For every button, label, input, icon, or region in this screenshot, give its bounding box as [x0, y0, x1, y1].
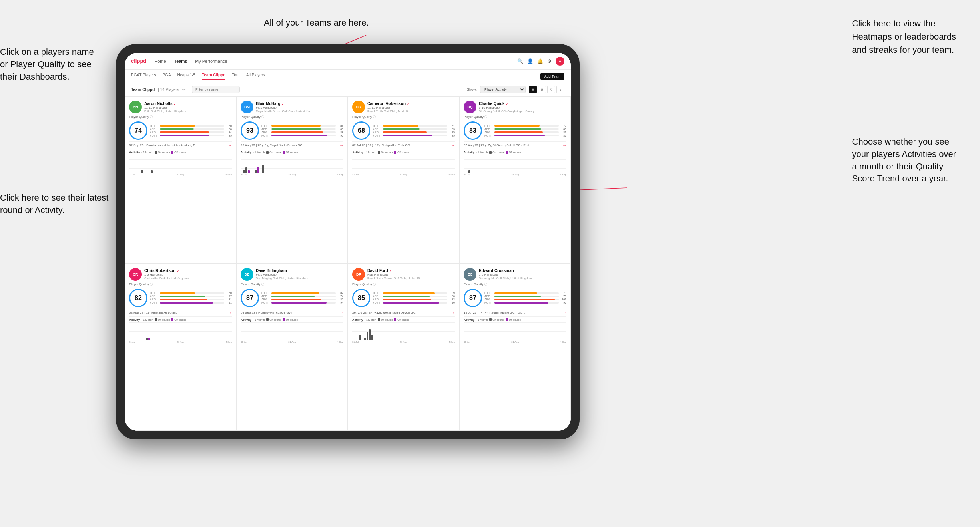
add-team-button[interactable]: Add Team	[540, 73, 564, 80]
player-name[interactable]: Aaron Nicholls ✓	[144, 101, 232, 106]
player-name[interactable]: Blair McHarg ✓	[256, 101, 343, 106]
quality-section[interactable]: 68 OTT 61 APP 63 ARG 75	[352, 121, 455, 140]
chart-bar-group	[136, 173, 138, 173]
activity-label: Activity	[241, 318, 251, 322]
quality-circle[interactable]: 74	[129, 121, 147, 140]
notifications-icon[interactable]: 🔔	[537, 58, 543, 64]
activity-period[interactable]: · 1 Month	[476, 151, 488, 154]
player-card[interactable]: AN Aaron Nicholls ✓ 11-15 Handicap Drift…	[125, 96, 236, 264]
player-avatar: CQ	[464, 101, 476, 113]
quality-circle[interactable]: 87	[464, 289, 482, 307]
player-card[interactable]: DB Dave Billingham Plus Handicap Sag Mag…	[236, 264, 348, 431]
last-round-arrow[interactable]: →	[562, 310, 566, 315]
tab-all-players[interactable]: All Players	[246, 73, 265, 80]
settings-icon[interactable]: ⚙	[547, 58, 552, 64]
last-round[interactable]: 19 Jul 23 | 74 (+4), Sunningdale GC - Ol…	[464, 309, 566, 315]
quality-circle[interactable]: 87	[241, 289, 259, 307]
last-round[interactable]: 04 Sep 23 | Mobility with coach, Gym →	[241, 309, 343, 315]
last-round[interactable]: 07 Aug 23 | 77 (+7), St George's Hill GC…	[464, 141, 566, 147]
quality-circle[interactable]: 85	[352, 289, 370, 307]
chart-date-end: 4 Sep	[448, 341, 455, 343]
player-avatar: DB	[241, 268, 253, 281]
user-avatar[interactable]: A	[556, 57, 564, 66]
player-name[interactable]: Dave Billingham	[256, 268, 343, 273]
quality-circle[interactable]: 68	[352, 121, 370, 140]
last-round[interactable]: 03 Mar 23 | 19, Must make putting →	[129, 309, 232, 315]
quality-section[interactable]: 93 OTT 84 APP 85 ARG 88	[241, 121, 343, 140]
activity-section: Activity · 1 Month On course Off course	[352, 316, 455, 343]
grid-view-button[interactable]: ⊞	[529, 86, 537, 93]
quality-section[interactable]: 74 OTT 60 APP 58 ARG 84	[129, 121, 232, 140]
chart-date-start: 31 Jul	[464, 173, 470, 176]
last-round-arrow[interactable]: →	[451, 143, 455, 147]
last-round-arrow[interactable]: →	[451, 310, 455, 315]
quality-circle[interactable]: 82	[129, 289, 147, 307]
chart-bar-group	[139, 173, 141, 173]
on-course-legend: On course	[266, 151, 281, 154]
list-view-button[interactable]: ⊟	[538, 86, 546, 93]
player-card[interactable]: CR Chris Robertson ✓ 1-5 Handicap Craigm…	[125, 264, 236, 431]
player-card[interactable]: CQ Charlie Quick ✓ 6-10 Handicap St. Geo…	[459, 96, 571, 264]
quality-circle[interactable]: 83	[464, 121, 482, 140]
activity-period[interactable]: · 1 Month	[141, 318, 153, 321]
last-round-arrow[interactable]: →	[228, 310, 232, 315]
chart-bar-group	[476, 340, 478, 340]
nav-home[interactable]: Home	[154, 59, 166, 64]
last-round-arrow[interactable]: →	[339, 310, 343, 315]
last-round-arrow[interactable]: →	[339, 143, 343, 147]
player-name[interactable]: Edward Crossman	[479, 268, 566, 273]
last-round[interactable]: 26 Aug 23 | 84 (+12), Royal North Devon …	[352, 309, 455, 315]
last-round[interactable]: 02 Sep 23 | Sunrise round to get back in…	[129, 141, 232, 147]
chart-bar-group	[466, 173, 468, 173]
last-round[interactable]: 02 Jul 23 | 59 (+17), Craigmillar Park G…	[352, 141, 455, 147]
player-card[interactable]: DF David Ford ✓ Plus Handicap Royal Nort…	[348, 264, 459, 431]
last-round[interactable]: 26 Aug 23 | 73 (+1), Royal North Devon G…	[241, 141, 343, 147]
nav-my-performance[interactable]: My Performance	[195, 59, 227, 64]
quality-section[interactable]: 82 OTT 60 APP 77 ARG 81	[129, 289, 232, 307]
player-name[interactable]: Chris Robertson ✓	[144, 268, 232, 273]
activity-period[interactable]: · 1 Month	[253, 151, 265, 154]
show-select[interactable]: Player Activity Quality Score Trend	[480, 86, 526, 93]
activity-period[interactable]: · 1 Month	[141, 151, 153, 154]
player-card[interactable]: BM Blair McHarg ✓ Plus Handicap Royal No…	[236, 96, 348, 264]
quality-circle[interactable]: 93	[241, 121, 259, 140]
activity-period[interactable]: · 1 Month	[253, 318, 265, 321]
tab-hcaps[interactable]: Hcaps 1-5	[177, 73, 196, 80]
stat-row-ott: OTT 73	[484, 292, 566, 294]
tab-team-clippd[interactable]: Team Clippd	[202, 73, 225, 80]
team-header: Team Clippd | 14 Players ✏ Show: Player …	[125, 83, 571, 96]
player-name[interactable]: David Ford ✓	[367, 268, 455, 273]
off-course-legend: Off course	[283, 318, 298, 321]
tab-pgat-players[interactable]: PGAT Players	[131, 73, 156, 80]
player-card[interactable]: EC Edward Crossman 1-5 Handicap Sunningd…	[459, 264, 571, 431]
on-course-label: On course	[492, 151, 504, 154]
activity-period[interactable]: · 1 Month	[365, 151, 376, 154]
on-course-dot	[378, 151, 380, 154]
sort-button[interactable]: ↕	[556, 86, 564, 93]
nav-teams[interactable]: Teams	[174, 59, 187, 64]
filter-button[interactable]: ▽	[547, 86, 555, 93]
quality-section[interactable]: 85 OTT 89 APP 80 ARG 83	[352, 289, 455, 307]
search-icon[interactable]: 🔍	[517, 58, 523, 64]
tab-tour[interactable]: Tour	[232, 73, 239, 80]
quality-stats: OTT 82 APP 74 ARG 85 PUTT	[261, 292, 343, 304]
quality-section[interactable]: 87 OTT 73 APP 79 ARG 103	[464, 289, 566, 307]
activity-period[interactable]: · 1 Month	[365, 318, 376, 321]
activity-header: Activity · 1 Month On course Off course	[352, 318, 455, 322]
last-round-arrow[interactable]: →	[228, 143, 232, 147]
player-name[interactable]: Cameron Robertson ✓	[367, 101, 455, 106]
search-input[interactable]	[192, 86, 240, 93]
last-round-arrow[interactable]: →	[562, 143, 566, 147]
chart-bar-group	[253, 340, 255, 340]
quality-section[interactable]: 83 OTT 77 APP 80 ARG 83	[464, 121, 566, 140]
ipad-frame: clippd Home Teams My Performance 🔍 👤 🔔 ⚙…	[116, 44, 580, 439]
activity-legend: On course Off course	[266, 151, 298, 154]
player-name[interactable]: Charlie Quick ✓	[479, 101, 566, 106]
tab-pga[interactable]: PGA	[162, 73, 171, 80]
player-card[interactable]: CR Cameron Robertson ✓ 11-15 Handicap Ro…	[348, 96, 459, 264]
activity-period[interactable]: · 1 Month	[476, 318, 488, 321]
team-edit-icon[interactable]: ✏	[182, 88, 185, 92]
off-course-legend: Off course	[506, 318, 521, 321]
quality-section[interactable]: 87 OTT 82 APP 74 ARG 85	[241, 289, 343, 307]
profile-icon[interactable]: 👤	[527, 58, 533, 64]
